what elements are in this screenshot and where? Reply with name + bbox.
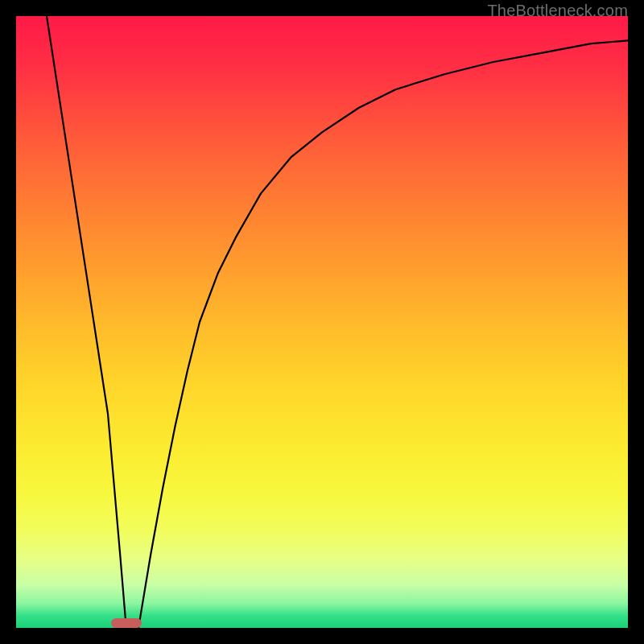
watermark-text: TheBottleneck.com [487, 2, 628, 20]
curve-left-limb [47, 16, 126, 628]
chart-frame: TheBottleneck.com [0, 0, 644, 644]
curve-right-limb [138, 40, 628, 628]
chart-plot-area [16, 16, 628, 628]
bottleneck-marker [111, 618, 142, 628]
chart-curve-svg [16, 16, 628, 628]
